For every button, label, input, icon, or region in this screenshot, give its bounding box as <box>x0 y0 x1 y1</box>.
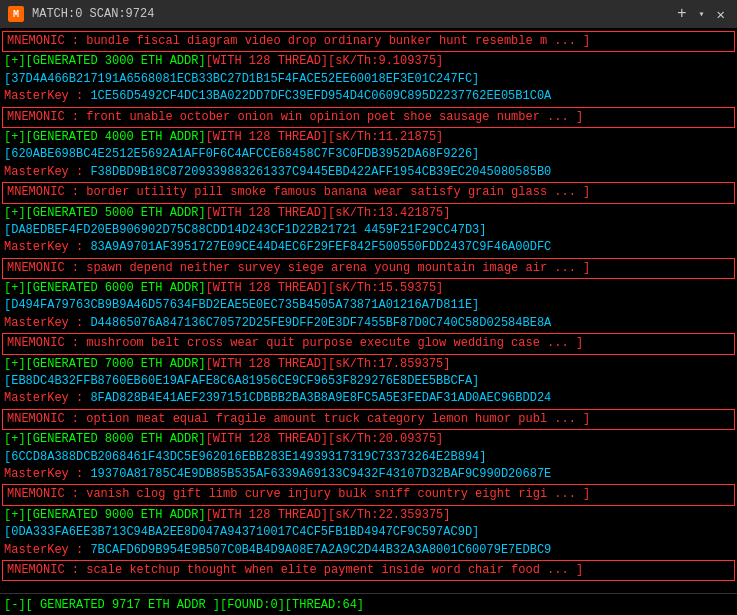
output-line: MasterKey : 8FAD828B4E41AEF2397151CDBBB2… <box>0 390 737 407</box>
close-button[interactable]: ✕ <box>713 6 729 23</box>
output-line: MasterKey : 83A9A9701AF3951727E09CE44D4E… <box>0 239 737 256</box>
output-line: [+][GENERATED 9000 ETH ADDR][WITH 128 TH… <box>0 507 737 524</box>
new-tab-button[interactable]: + <box>673 5 691 23</box>
output-line: [+][GENERATED 5000 ETH ADDR][WITH 128 TH… <box>0 205 737 222</box>
output-line: MNEMONIC : vanish clog gift limb curve i… <box>2 484 735 505</box>
title-text: MATCH:0 SCAN:9724 <box>32 7 665 21</box>
output-line: MNEMONIC : mushroom belt cross wear quit… <box>2 333 735 354</box>
output-line: MNEMONIC : bundle fiscal diagram video d… <box>2 31 735 52</box>
output-line: [+][GENERATED 4000 ETH ADDR][WITH 128 TH… <box>0 129 737 146</box>
output-line: [620ABE698BC4E2512E5692A1AFF0F6C4AFCCE68… <box>0 146 737 163</box>
output-line: MasterKey : 19370A81785C4E9DB85B535AF633… <box>0 466 737 483</box>
output-line: [+][GENERATED 7000 ETH ADDR][WITH 128 TH… <box>0 356 737 373</box>
output-line: [0DA333FA6EE3B713C94BA2EE8D047A943710017… <box>0 524 737 541</box>
output-line: [+][GENERATED 6000 ETH ADDR][WITH 128 TH… <box>0 280 737 297</box>
output-line: MNEMONIC : scale ketchup thought when el… <box>2 560 735 581</box>
output-line: MNEMONIC : front unable october onion wi… <box>2 107 735 128</box>
tab-dropdown-button[interactable]: ▾ <box>699 8 705 20</box>
output-line: MasterKey : D44865076A847136C70572D25FE9… <box>0 315 737 332</box>
title-bar: M MATCH:0 SCAN:9724 + ▾ ✕ <box>0 0 737 28</box>
status-text: [-][ GENERATED 9717 ETH ADDR ][FOUND:0][… <box>4 598 364 612</box>
output-line: MasterKey : 1CE56D5492CF4DC13BA022DD7DFC… <box>0 88 737 105</box>
output-line: MasterKey : F38DBD9B18C87209339883261337… <box>0 164 737 181</box>
output-line: MNEMONIC : spawn depend neither survey s… <box>2 258 735 279</box>
status-bar: [-][ GENERATED 9717 ETH ADDR ][FOUND:0][… <box>0 593 737 615</box>
app-icon: M <box>8 6 24 22</box>
output-line: [6CCD8A388DCB2068461F43DC5E962016EBB283E… <box>0 449 737 466</box>
output-line: [+][GENERATED 3000 ETH ADDR][WITH 128 TH… <box>0 53 737 70</box>
main-window: M MATCH:0 SCAN:9724 + ▾ ✕ MNEMONIC : bun… <box>0 0 737 615</box>
output-content: MNEMONIC : bundle fiscal diagram video d… <box>0 28 737 593</box>
output-line: [DA8EDBEF4FD20EB906902D75C88CDD14D243CF1… <box>0 222 737 239</box>
output-line: [37D4A466B217191A6568081ECB33BC27D1B15F4… <box>0 71 737 88</box>
output-line: MasterKey : 7BCAFD6D9B954E9B507C0B4B4D9A… <box>0 542 737 559</box>
output-line: [+][GENERATED 8000 ETH ADDR][WITH 128 TH… <box>0 431 737 448</box>
output-line: MNEMONIC : border utility pill smoke fam… <box>2 182 735 203</box>
output-line: [EB8DC4B32FFB8760EB60E19AFAFE8C6A81956CE… <box>0 373 737 390</box>
output-line: MNEMONIC : option meat equal fragile amo… <box>2 409 735 430</box>
output-line: [D494FA79763CB9B9A46D57634FBD2EAE5E0EC73… <box>0 297 737 314</box>
